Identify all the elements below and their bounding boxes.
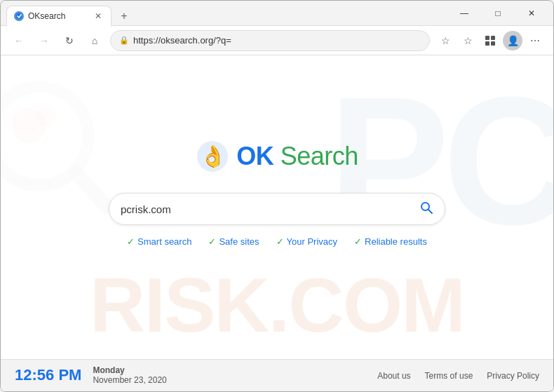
logo-text: OK Search	[236, 142, 358, 171]
check-icon-4: ✓	[354, 236, 362, 247]
feature-smart-search: ✓ Smart search	[127, 236, 191, 247]
page-content: PC RISK.COM 👌 OK Search	[1, 55, 553, 391]
browser-window: OKsearch ✕ + — □ ✕ ← → ↻ ⌂ 🔒 https://oks…	[0, 0, 554, 392]
url-text: https://oksearch.org/?q=	[133, 35, 421, 46]
feature-label-2: Safe sites	[219, 236, 259, 247]
close-button[interactable]: ✕	[515, 3, 548, 24]
logo-area: 👌 OK Search	[196, 140, 358, 173]
about-us-link[interactable]: About us	[377, 371, 410, 381]
footer-links: About us Terms of use Privacy Policy	[377, 371, 539, 381]
search-box	[109, 193, 445, 225]
footer-date: November 23, 2020	[93, 376, 166, 385]
feature-your-privacy: ✓ Your Privacy	[276, 236, 338, 247]
svg-rect-2	[491, 36, 495, 40]
browser-app-icon[interactable]	[480, 31, 500, 50]
reading-list-icon[interactable]: ☆	[458, 31, 478, 50]
footer-left: 12:56 PM Monday November 23, 2020	[15, 366, 167, 384]
footer-date-wrap: Monday November 23, 2020	[93, 366, 166, 384]
address-actions: ☆ ☆ 👤 ⋯	[435, 31, 545, 50]
svg-rect-4	[491, 41, 495, 46]
svg-text:👌: 👌	[200, 144, 227, 169]
logo-ok: OK	[236, 142, 273, 170]
search-input[interactable]	[121, 203, 419, 215]
main-content: 👌 OK Search ✓ Smart search	[1, 55, 553, 359]
tab-bar: OKsearch ✕ +	[6, 1, 442, 26]
feature-label-3: Your Privacy	[287, 236, 338, 247]
tab-favicon	[14, 11, 24, 21]
logo-icon: 👌	[196, 140, 229, 173]
tab-label: OKsearch	[28, 11, 88, 21]
address-bar: ← → ↻ ⌂ 🔒 https://oksearch.org/?q= ☆ ☆ 👤…	[1, 26, 553, 55]
feature-label-1: Smart search	[137, 236, 191, 247]
reload-button[interactable]: ↻	[60, 31, 79, 50]
search-submit-icon[interactable]	[419, 201, 433, 218]
feature-safe-sites: ✓ Safe sites	[208, 236, 259, 247]
maximize-button[interactable]: □	[482, 3, 514, 24]
lock-icon: 🔒	[119, 36, 129, 45]
forward-button[interactable]: →	[34, 31, 54, 50]
active-tab[interactable]: OKsearch ✕	[6, 6, 112, 27]
privacy-policy-link[interactable]: Privacy Policy	[487, 371, 539, 381]
svg-rect-3	[485, 41, 489, 46]
home-button[interactable]: ⌂	[85, 31, 104, 50]
profile-button[interactable]: 👤	[503, 31, 522, 50]
favorites-star-icon[interactable]: ☆	[435, 31, 455, 50]
check-icon-2: ✓	[208, 236, 216, 247]
feature-label-4: Reliable results	[365, 236, 427, 247]
logo-search: Search	[273, 142, 358, 170]
features-row: ✓ Smart search ✓ Safe sites ✓ Your Priva…	[127, 236, 427, 247]
svg-rect-1	[485, 36, 489, 40]
more-options-icon[interactable]: ⋯	[525, 31, 545, 50]
address-input[interactable]: 🔒 https://oksearch.org/?q=	[110, 30, 430, 51]
terms-of-use-link[interactable]: Terms of use	[425, 371, 473, 381]
new-tab-button[interactable]: +	[114, 6, 134, 26]
tab-close-button[interactable]: ✕	[93, 11, 104, 22]
footer: 12:56 PM Monday November 23, 2020 About …	[1, 359, 553, 391]
check-icon-1: ✓	[127, 236, 135, 247]
check-icon-3: ✓	[276, 236, 284, 247]
minimize-button[interactable]: —	[448, 3, 480, 24]
svg-line-12	[428, 210, 432, 213]
footer-time: 12:56 PM	[15, 367, 81, 384]
feature-reliable-results: ✓ Reliable results	[354, 236, 427, 247]
window-controls: — □ ✕	[448, 3, 548, 24]
title-bar: OKsearch ✕ + — □ ✕	[1, 1, 553, 26]
back-button[interactable]: ←	[9, 31, 29, 50]
footer-day: Monday	[93, 366, 166, 375]
